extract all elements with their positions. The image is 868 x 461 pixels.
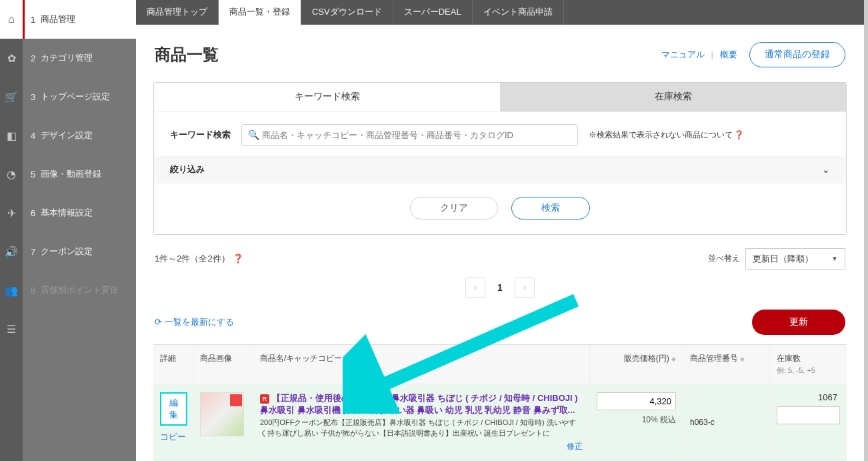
sidebar-item-products[interactable]: 1商品管理	[23, 0, 136, 39]
sidebar-item-points: 8店舗別ポイント変倍	[23, 271, 136, 310]
clear-button[interactable]: クリア	[410, 197, 498, 219]
product-name-link[interactable]: 【正規品・使用後の返品OK】 鼻水吸引器 ちぼじ ( チボジ / 知母時 / C…	[272, 393, 578, 403]
manual-link[interactable]: マニュアル	[661, 49, 705, 61]
mng-number: h063-c	[683, 384, 770, 461]
topbar: 商品管理トップ 商品一覧・登録 CSVダウンロード スーパーDEAL イベント商…	[136, 0, 864, 25]
sidebar-item-category[interactable]: 2カテゴリ管理	[23, 39, 136, 77]
update-button[interactable]: 更新	[752, 310, 845, 335]
th-detail: 詳細	[153, 345, 193, 384]
cart-icon[interactable]: 🛒	[0, 77, 23, 116]
rakuten-icon: R	[260, 394, 269, 404]
th-image: 商品画像	[193, 345, 253, 384]
sidebar-item-basic[interactable]: 6基本情報設定	[23, 193, 136, 232]
page-prev-button[interactable]: ‹	[465, 278, 485, 298]
question-icon: ❓	[734, 130, 744, 139]
filter-toggle-icon[interactable]: ⌄	[822, 164, 830, 175]
sidebar-item-media[interactable]: 5画像・動画登録	[23, 155, 136, 193]
sort-icon: ◆	[740, 356, 745, 362]
th-price[interactable]: 販売価格(円) ◆	[590, 345, 683, 384]
icon-rail: ⌂ ✿ 🛒 ◧ ◔ ✈ 🔊 👥 ☰	[0, 0, 23, 461]
list-icon[interactable]: ☰	[0, 310, 23, 348]
page-header: 商品一覧 マニュアル | 概要 通常商品の登録	[136, 25, 864, 82]
sort-icon: ◆	[671, 356, 676, 362]
fix-link[interactable]: 修正	[567, 441, 583, 452]
tab-product-list[interactable]: 商品一覧・登録	[219, 0, 301, 25]
page-number: 1	[497, 282, 503, 293]
search-tab-keyword[interactable]: キーワード検索	[154, 83, 500, 111]
side-menu: 1商品管理 2カテゴリ管理 3トップページ設定 4デザイン設定 5画像・動画登録…	[23, 0, 136, 461]
send-icon[interactable]: ✈	[0, 193, 23, 232]
page-next-button[interactable]: ›	[515, 278, 535, 298]
sort-select[interactable]: 更新日（降順） ▼	[745, 248, 845, 270]
megaphone-icon[interactable]: 🔊	[0, 232, 23, 271]
tab-super-deal[interactable]: スーパーDEAL	[393, 0, 473, 25]
gear-icon[interactable]: ✿	[0, 39, 23, 77]
search-button[interactable]: 検索	[511, 197, 590, 219]
filter-label: 絞り込み	[170, 163, 205, 175]
product-thumbnail[interactable]	[200, 392, 244, 436]
sort-label: 並べ替え	[708, 253, 740, 264]
tab-product-top[interactable]: 商品管理トップ	[136, 0, 219, 25]
th-name: 商品名/キャッチコピー	[253, 345, 590, 384]
product-catchcopy: 200円OFFクーポン配布【正規販売店】鼻水吸引器 ちぼじ ( チボジ / CH…	[260, 418, 583, 438]
search-notice[interactable]: ※検索結果で表示されない商品について❓	[589, 129, 744, 141]
result-count: 1件～2件（全2件）	[155, 253, 230, 265]
summary-link[interactable]: 概要	[720, 49, 737, 61]
tab-event-apply[interactable]: イベント商品申請	[473, 0, 564, 25]
th-mng-no[interactable]: 商品管理番号 ◆	[683, 345, 770, 384]
main-content: 商品管理トップ 商品一覧・登録 CSVダウンロード スーパーDEAL イベント商…	[136, 0, 868, 461]
table-header: 詳細 商品画像 商品名/キャッチコピー 販売価格(円) ◆ 商品管理番号 ◆ 在…	[153, 345, 847, 384]
pager: ‹ 1 ›	[136, 274, 864, 310]
keyword-label: キーワード検索	[170, 129, 231, 141]
stock-value: 1067	[777, 392, 840, 402]
product-name-link-2[interactable]: 鼻水吸引 鼻水吸引機 鼻吸い機 鼻吸い器 鼻吸い 幼児 乳児 乳幼児 静音 鼻み…	[260, 404, 583, 416]
sidebar-item-coupon[interactable]: 7クーポン設定	[23, 232, 136, 271]
search-tab-stock[interactable]: 在庫検索	[500, 83, 846, 111]
sidebar-item-toppage[interactable]: 3トップページ設定	[23, 77, 136, 116]
chart-icon[interactable]: ◔	[0, 155, 23, 193]
sidebar-item-design[interactable]: 4デザイン設定	[23, 116, 136, 155]
home-icon[interactable]: ⌂	[0, 0, 23, 39]
search-panel: キーワード検索 在庫検索 キーワード検索 🔍 ※検索結果で表示されない商品につい…	[153, 82, 847, 235]
question-icon[interactable]: ❓	[233, 254, 243, 264]
price-input[interactable]	[597, 392, 676, 410]
caret-down-icon: ▼	[831, 255, 838, 262]
keyword-input[interactable]	[241, 124, 578, 146]
th-stock: 在庫数 例: 5, -5, +5	[770, 345, 847, 384]
tax-label: 10% 税込	[597, 414, 676, 426]
header-links: マニュアル | 概要	[661, 49, 737, 61]
refresh-link[interactable]: ⟳ 一覧を最新にする	[155, 316, 234, 328]
product-table: 詳細 商品画像 商品名/キャッチコピー 販売価格(円) ◆ 商品管理番号 ◆ 在…	[153, 344, 847, 461]
search-icon: 🔍	[248, 129, 259, 140]
refresh-icon: ⟳	[155, 317, 162, 327]
users-icon[interactable]: 👥	[0, 271, 23, 310]
tab-csv-download[interactable]: CSVダウンロード	[301, 0, 393, 25]
table-row: 編集 コピー R【正規品・使用後の返品OK】 鼻水吸引器 ちぼじ ( チボジ /…	[153, 384, 847, 461]
page-title: 商品一覧	[155, 44, 661, 65]
window-icon[interactable]: ◧	[0, 116, 23, 155]
stock-input[interactable]	[777, 406, 840, 424]
copy-link[interactable]: コピー	[160, 432, 186, 442]
register-product-button[interactable]: 通常商品の登録	[749, 42, 845, 67]
edit-button[interactable]: 編集	[160, 392, 187, 426]
